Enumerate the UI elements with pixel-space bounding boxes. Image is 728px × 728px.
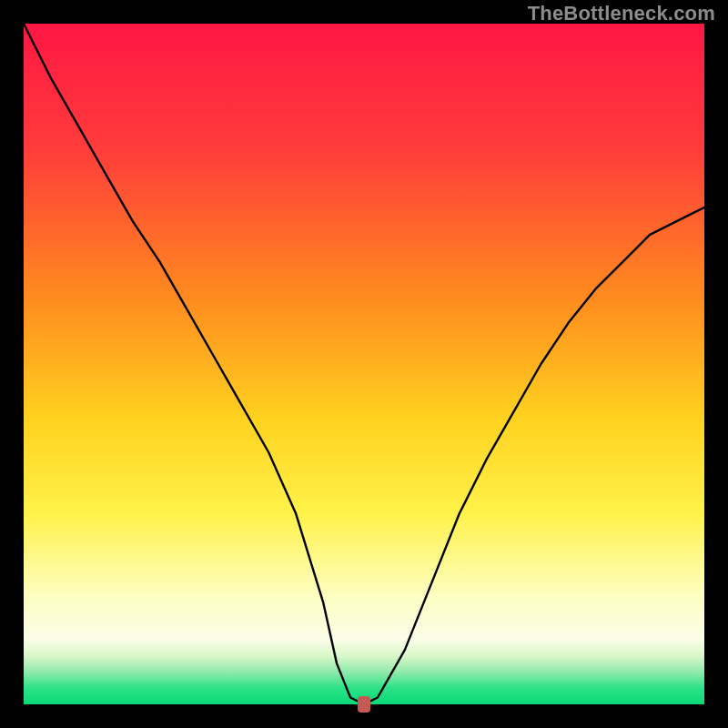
chart-frame: { "watermark": "TheBottleneck.com", "cha… — [0, 0, 728, 728]
min-marker — [358, 696, 370, 713]
plot-background — [24, 24, 704, 704]
bottleneck-chart — [0, 0, 728, 728]
